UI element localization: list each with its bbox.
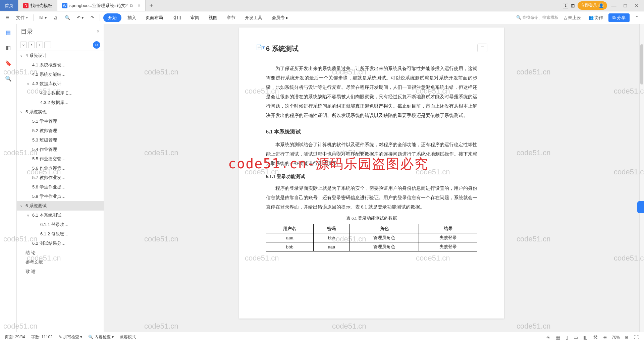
scrollbar[interactable] bbox=[639, 24, 644, 332]
sidebar-close-icon[interactable]: × bbox=[97, 28, 100, 35]
tab-label: 找稻壳模板 bbox=[31, 3, 52, 9]
menu-layout[interactable]: 页面布局 bbox=[142, 13, 166, 22]
tab-template[interactable]: D 找稻壳模板 bbox=[18, 0, 57, 11]
toc-item[interactable]: 5.9 学生作业点… bbox=[17, 192, 104, 201]
menu-chapter[interactable]: 章节 bbox=[223, 13, 239, 22]
toc-item[interactable]: 6.1.2 修改密… bbox=[17, 229, 104, 239]
layout-icon-1[interactable]: 1 bbox=[563, 3, 568, 8]
coop-button[interactable]: 👥 协作 bbox=[586, 13, 605, 22]
side-tag[interactable] bbox=[637, 201, 644, 213]
toc-item[interactable]: 4.3.1 数据库 E… bbox=[17, 89, 104, 98]
template-icon: D bbox=[23, 3, 29, 8]
view-mode-3-icon[interactable]: ▭ bbox=[573, 335, 579, 340]
share-button[interactable]: ⧉ 分享 bbox=[608, 13, 630, 22]
tab-restore-icon[interactable]: ⧉ bbox=[130, 3, 133, 8]
close-window-icon[interactable]: ✕ bbox=[632, 1, 641, 10]
zoom-out-icon[interactable]: ⊖ bbox=[602, 335, 608, 340]
menu-view[interactable]: 视图 bbox=[205, 13, 221, 22]
toc-item[interactable]: 5.7 教师作业发… bbox=[17, 173, 104, 182]
apps-icon[interactable]: ⊞ bbox=[570, 3, 576, 8]
toc-item[interactable]: 结 论 bbox=[17, 248, 104, 258]
close-icon[interactable]: × bbox=[138, 3, 141, 9]
status-bar: 页面: 29/34 字数: 11102 ✎ 拼写检查 ▾ 🔍 内容检查 ▾ 兼容… bbox=[0, 332, 644, 342]
page-indicator[interactable]: 页面: 29/34 bbox=[5, 334, 25, 340]
toc-item[interactable]: 5.8 学生作业提… bbox=[17, 182, 104, 192]
user-avatar-icon[interactable]: ☺ bbox=[93, 41, 100, 49]
toc-item[interactable]: 致 谢 bbox=[17, 267, 104, 276]
bookmark-icon[interactable]: 🔖 bbox=[4, 58, 13, 68]
view-mode-2-icon[interactable]: ▯ bbox=[565, 335, 569, 340]
add-item-icon[interactable]: + bbox=[36, 42, 43, 48]
menu-start[interactable]: 开始 bbox=[103, 13, 121, 22]
fullscreen-icon[interactable]: ⛶ bbox=[633, 335, 639, 340]
search-input[interactable]: 🔍 查找命令、搜索模板 bbox=[516, 15, 558, 20]
cloud-status[interactable]: △ 未上云 bbox=[562, 13, 583, 22]
zoom-level[interactable]: 70% bbox=[612, 335, 620, 340]
table-header: 用户名 bbox=[266, 224, 314, 233]
menu-icon[interactable]: ☰ bbox=[3, 14, 11, 21]
tab-bar: 首页 D 找稻壳模板 W springboo...业管理系统=论文2 ⧉ × +… bbox=[0, 0, 644, 11]
spell-check[interactable]: ✎ 拼写检查 ▾ bbox=[59, 334, 83, 340]
table-cell: 管理员角色 bbox=[350, 242, 419, 251]
toc-item[interactable]: 4.3.2 数据库… bbox=[17, 98, 104, 107]
toc-item[interactable]: 4.1 系统概要设… bbox=[17, 60, 104, 70]
toc-item[interactable]: ∨4.3 数据库设计 bbox=[17, 79, 104, 89]
remove-item-icon[interactable]: − bbox=[44, 42, 51, 48]
save-icon[interactable]: 🖫 ▾ bbox=[37, 14, 49, 21]
brightness-icon[interactable]: ☀ bbox=[545, 335, 551, 340]
window-controls: 1 ⊞ 立即登录 👤 — □ ✕ bbox=[563, 0, 644, 11]
toc-item[interactable]: 5.6 作业点评管… bbox=[17, 164, 104, 173]
table-header: 角色 bbox=[350, 224, 419, 233]
login-label: 立即登录 bbox=[581, 3, 597, 8]
scroll-thumb[interactable] bbox=[640, 44, 643, 84]
zoom-in-icon[interactable]: ⊕ bbox=[624, 335, 629, 340]
toc-item[interactable]: ∨6.1 本系统测试 bbox=[17, 211, 104, 220]
tools-icon[interactable]: 🛠 bbox=[592, 335, 598, 340]
toc-item[interactable]: 5.3 班级管理 bbox=[17, 135, 104, 145]
table-cell: aaa bbox=[266, 233, 314, 242]
toc-item[interactable]: ∨5 系统实现 bbox=[17, 107, 104, 117]
redo-icon[interactable]: ↷ bbox=[89, 14, 96, 21]
document-area[interactable]: 📄▾ ☰ 6 系统测试 为了保证所开发出来的系统质量过关，让所开发出来的系统具备… bbox=[104, 24, 639, 332]
expand-all-icon[interactable]: ∧ bbox=[28, 42, 35, 48]
menu-review[interactable]: 审阅 bbox=[187, 13, 203, 22]
doc-icon: W bbox=[62, 3, 67, 8]
toc-item[interactable]: 6.1.1 登录功… bbox=[17, 220, 104, 229]
toc-item[interactable]: 5.4 作业管理 bbox=[17, 145, 104, 154]
view-mode-1-icon[interactable]: ▦ bbox=[555, 335, 561, 340]
collapse-all-icon[interactable]: ∨ bbox=[20, 42, 27, 48]
undo-icon[interactable]: ↶ ▾ bbox=[75, 14, 86, 21]
tab-add[interactable]: + bbox=[146, 0, 157, 11]
word-count[interactable]: 字数: 11102 bbox=[31, 334, 53, 340]
toc-item[interactable]: 5.5 作业提交管… bbox=[17, 154, 104, 164]
view-mode-4-icon[interactable]: ◧ bbox=[583, 335, 588, 340]
outline-icon[interactable]: ▤ bbox=[4, 27, 13, 37]
minimize-icon[interactable]: — bbox=[609, 1, 619, 10]
menu-insert[interactable]: 插入 bbox=[124, 13, 140, 22]
toc-item[interactable]: 4.2 系统功能结… bbox=[17, 70, 104, 79]
toc-item[interactable]: ∨6 系统测试 bbox=[17, 201, 104, 211]
toc-item[interactable]: 6.2 测试结果分… bbox=[17, 239, 104, 248]
table-cell: 失败登录 bbox=[419, 242, 477, 251]
login-button[interactable]: 立即登录 👤 bbox=[578, 1, 607, 10]
compat-mode[interactable]: 兼容模式 bbox=[120, 334, 136, 340]
print-icon[interactable]: 🖨 bbox=[52, 14, 60, 21]
page-option-icon[interactable]: ☰ bbox=[477, 44, 487, 52]
tab-home[interactable]: 首页 bbox=[0, 0, 18, 11]
file-menu[interactable]: 文件▾ bbox=[14, 13, 30, 22]
toc-item[interactable]: ∨4 系统设计 bbox=[17, 51, 104, 60]
toc-item[interactable]: 5.1 学生管理 bbox=[17, 117, 104, 126]
menu-dev[interactable]: 开发工具 bbox=[241, 13, 266, 22]
toolbar: ☰ 文件▾ 🖫 ▾ 🖨 🔍 ↶ ▾ ↷ 开始 插入 页面布局 引用 审阅 视图 … bbox=[0, 11, 644, 24]
content-check[interactable]: 🔍 内容检查 ▾ bbox=[88, 334, 114, 340]
search-rail-icon[interactable]: 🔍 bbox=[4, 74, 13, 83]
toc-item[interactable]: 5.2 教师管理 bbox=[17, 126, 104, 135]
page-rail-icon[interactable]: ◧ bbox=[4, 43, 13, 52]
toc-item[interactable]: 参考文献 bbox=[17, 258, 104, 267]
tab-document[interactable]: W springboo...业管理系统=论文2 ⧉ × bbox=[57, 0, 146, 11]
maximize-icon[interactable]: □ bbox=[621, 1, 630, 10]
preview-icon[interactable]: 🔍 bbox=[63, 14, 72, 21]
menu-member[interactable]: 会员专 ▸ bbox=[268, 13, 292, 22]
collapse-icon[interactable]: ⌃ bbox=[633, 14, 641, 21]
menu-ref[interactable]: 引用 bbox=[169, 13, 184, 22]
